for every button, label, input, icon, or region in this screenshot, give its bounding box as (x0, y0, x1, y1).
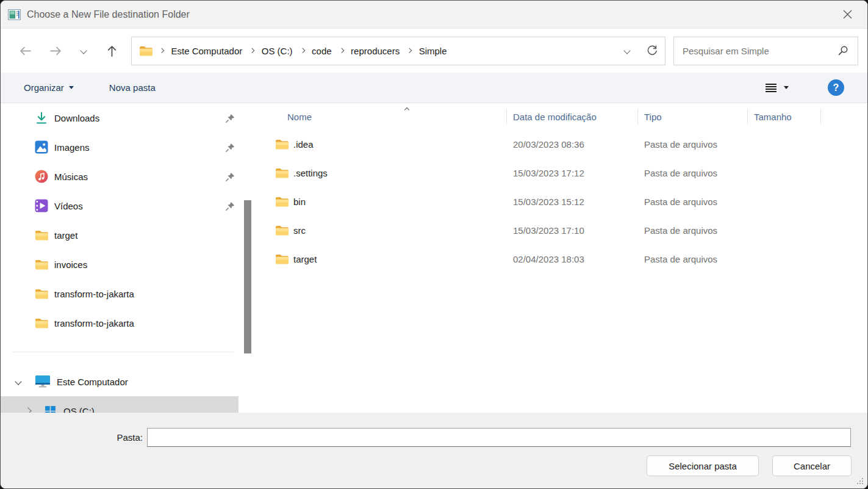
file-list-pane: NomeData de modificaçãoTipoTamanho .idea… (254, 103, 867, 413)
sidebar-item-os-c[interactable]: OS (C:) (1, 396, 239, 413)
drive-icon (43, 404, 57, 413)
folder-icon (275, 139, 289, 150)
computer-icon (35, 374, 51, 389)
address-dropdown-button[interactable] (615, 38, 639, 63)
folder-icon (34, 228, 49, 242)
chevron-right-icon (24, 408, 32, 413)
pin-icon[interactable] (225, 201, 235, 211)
sidebar-scrollbar-thumb[interactable] (244, 200, 251, 353)
address-bar[interactable]: Este ComputadorOS (C:)codereproducersSim… (131, 37, 665, 65)
dialog-content: DownloadsImagensMúsicasVídeostargetinvoi… (1, 103, 867, 413)
folder-icon (275, 253, 289, 265)
search-icon (838, 45, 848, 56)
sidebar-item-target[interactable]: target (1, 220, 254, 250)
title-bar: Choose a New File destination Folder (1, 1, 867, 29)
file-row-src[interactable]: src15/03/2023 17:10Pasta de arquivos (273, 216, 867, 245)
navigation-bar: Este ComputadorOS (C:)codereproducersSim… (1, 29, 867, 73)
recent-locations-button[interactable] (75, 40, 92, 62)
music-icon (34, 169, 49, 184)
column-header-data-de-modifica-o[interactable]: Data de modificação (507, 103, 638, 130)
quick-access-list: DownloadsImagensMúsicasVídeostargetinvoi… (1, 103, 254, 338)
command-toolbar: Organizar Nova pasta ? (1, 73, 867, 103)
column-header-row: NomeData de modificaçãoTipoTamanho (273, 103, 867, 130)
caret-down-icon (784, 86, 789, 89)
breadcrumb-item[interactable]: reproducers (347, 42, 403, 60)
dialog-footer (1, 413, 867, 489)
pin-icon[interactable] (225, 172, 235, 182)
new-folder-button[interactable]: Nova pasta (104, 80, 160, 95)
search-input[interactable] (674, 46, 838, 56)
chevron-right-icon (159, 48, 164, 53)
chevron-right-icon (249, 48, 254, 53)
file-row-bin[interactable]: bin15/03/2023 15:12Pasta de arquivos (273, 187, 867, 216)
file-row-.idea[interactable]: .idea20/03/2023 08:36Pasta de arquivos (273, 130, 867, 159)
sidebar-divider (12, 352, 234, 352)
breadcrumb-item[interactable]: Simple (415, 42, 451, 60)
chevron-down-icon (80, 47, 87, 54)
folder-icon (34, 257, 49, 272)
resize-grip[interactable] (855, 476, 864, 485)
sidebar-item-imagens[interactable]: Imagens (1, 132, 254, 162)
file-rows: .idea20/03/2023 08:36Pasta de arquivos.s… (254, 130, 867, 273)
folder-icon (139, 45, 153, 57)
sidebar-item-downloads[interactable]: Downloads (1, 103, 254, 132)
change-view-button[interactable] (762, 80, 792, 96)
file-row-.settings[interactable]: .settings15/03/2023 17:12Pasta de arquiv… (273, 159, 867, 187)
forward-arrow-icon (49, 45, 62, 57)
select-folder-button[interactable]: Selecionar pasta (647, 455, 759, 476)
chevron-right-icon (407, 48, 412, 53)
close-button[interactable] (834, 4, 860, 25)
chevron-right-icon (299, 48, 304, 53)
refresh-button[interactable] (639, 38, 664, 63)
sidebar-item-transform-to-jakarta[interactable]: transform-to-jakarta (1, 279, 254, 308)
forward-button[interactable] (45, 40, 66, 62)
refresh-icon (645, 45, 658, 57)
up-arrow-icon (106, 45, 118, 57)
app-icon (8, 9, 21, 21)
folder-icon (275, 167, 289, 179)
file-dialog-window: Choose a New File destination Folder (0, 0, 868, 489)
cancel-button[interactable]: Cancelar (772, 455, 852, 476)
sidebar-item-v-deos[interactable]: Vídeos (1, 191, 254, 220)
folder-icon (34, 286, 49, 301)
back-arrow-icon (19, 45, 32, 57)
sidebar-item-invoices[interactable]: invoices (1, 250, 254, 279)
chevron-right-icon (339, 48, 343, 53)
navigation-pane: DownloadsImagensMúsicasVídeostargetinvoi… (1, 103, 254, 413)
sidebar-item-transform-to-jakarta[interactable]: transform-to-jakarta (1, 308, 254, 338)
file-row-target[interactable]: target02/04/2023 18:03Pasta de arquivos (273, 245, 867, 273)
breadcrumb: Este ComputadorOS (C:)codereproducersSim… (156, 42, 451, 60)
pictures-icon (34, 140, 49, 154)
list-view-icon (766, 84, 777, 92)
videos-icon (34, 198, 49, 213)
chevron-down-icon (623, 47, 630, 54)
breadcrumb-item[interactable]: OS (C:) (258, 42, 296, 60)
breadcrumb-item[interactable]: Este Computador (168, 42, 246, 60)
folder-icon (275, 225, 289, 236)
column-header-nome[interactable]: Nome (273, 103, 507, 130)
pin-icon[interactable] (225, 142, 235, 153)
caret-down-icon (69, 86, 74, 89)
sidebar-item-este-computador[interactable]: Este Computador (1, 367, 254, 396)
pin-icon[interactable] (225, 113, 235, 123)
folder-icon (275, 196, 289, 208)
folder-name-label: Pasta: (92, 432, 143, 443)
folder-name-input[interactable] (147, 428, 851, 447)
chevron-down-icon (14, 379, 23, 384)
close-icon (843, 10, 852, 19)
downloads-icon (34, 110, 49, 125)
help-button[interactable]: ? (828, 79, 844, 96)
up-button[interactable] (101, 40, 123, 62)
column-header-tamanho[interactable]: Tamanho (748, 103, 821, 130)
sidebar-item-m-sicas[interactable]: Músicas (1, 162, 254, 191)
folder-icon (34, 316, 49, 330)
search-box (673, 37, 858, 65)
organize-button[interactable]: Organizar (19, 80, 79, 95)
breadcrumb-item[interactable]: code (308, 42, 335, 60)
back-button[interactable] (14, 40, 36, 62)
window-title: Choose a New File destination Folder (27, 9, 190, 20)
column-header-tipo[interactable]: Tipo (638, 103, 748, 130)
